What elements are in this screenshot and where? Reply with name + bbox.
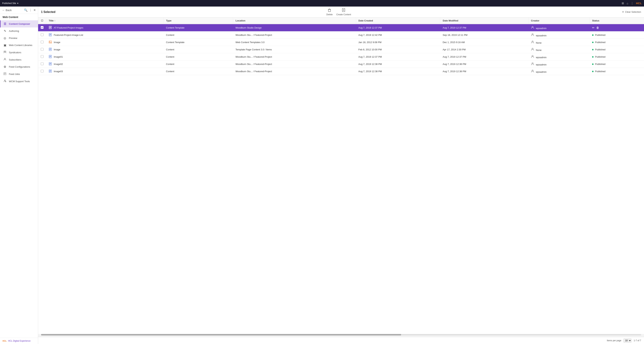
sidebar-item-feed-jobs[interactable]: Feed Jobs xyxy=(0,70,38,78)
site-chevron: ▾ xyxy=(17,2,18,5)
sidebar-more-button[interactable]: ⋮ xyxy=(29,8,32,12)
creator-name: None xyxy=(536,49,542,52)
sidebar-search-button[interactable]: 🔍 xyxy=(24,8,28,12)
td-status: ✏ 🗑 xyxy=(590,24,644,32)
th-date-modified[interactable]: Date Modified xyxy=(440,18,528,24)
status-dot xyxy=(592,63,594,65)
sidebar-item-preview[interactable]: ◎ Preview xyxy=(0,35,38,42)
td-status: Published xyxy=(590,53,644,61)
sidebar-item-label: Preview xyxy=(9,37,17,40)
sidebar-item-content-composer[interactable]: ☰ Content Composer xyxy=(0,20,38,28)
table-row[interactable]: Image Content Template Page Content 3.0 … xyxy=(38,46,644,53)
site-selector[interactable]: Published Site ▾ xyxy=(2,2,18,5)
sidebar-item-label: Web Content Libraries xyxy=(9,44,32,47)
td-title: Image03 xyxy=(46,68,164,75)
td-status: Published xyxy=(590,32,644,39)
td-checkbox[interactable] xyxy=(38,68,46,75)
td-title: Image02 xyxy=(46,61,164,68)
sidebar-item-label: Feed Configurations xyxy=(9,65,30,68)
td-checkbox[interactable] xyxy=(38,53,46,61)
delete-button[interactable]: Delete xyxy=(326,8,333,16)
create-content-button[interactable]: Create Content xyxy=(336,8,351,16)
td-date-created: Aug 7, 2019 12:42 PM xyxy=(356,32,440,39)
td-title: AT-Featured-Project-Images xyxy=(46,24,164,32)
sidebar-item-label: Subscribers xyxy=(9,58,22,61)
th-status[interactable]: Status xyxy=(590,18,644,24)
td-location: Web Content Templates 3.0 xyxy=(233,39,356,46)
svg-rect-27 xyxy=(49,41,52,43)
content-composer-icon: ☰ xyxy=(3,22,7,26)
top-bar: Published Site ▾ ⊞ ⌂ ⋮ HCL xyxy=(0,0,644,7)
th-type[interactable]: Type xyxy=(164,18,233,24)
per-page-select[interactable]: 10 25 50 xyxy=(624,338,632,342)
th-creator[interactable]: Creator xyxy=(528,18,590,24)
svg-rect-34 xyxy=(50,50,50,50)
th-title-label: Title xyxy=(49,19,54,22)
th-title[interactable]: Title ↑ xyxy=(46,18,164,24)
sidebar-item-web-content-libraries[interactable]: ▣ Web Content Libraries xyxy=(0,42,38,49)
td-status: Published xyxy=(590,61,644,68)
table-row[interactable]: Featured-Project-Image-List Content Wood… xyxy=(38,32,644,39)
status-label: Published xyxy=(595,34,605,36)
td-creator: wpsadmin xyxy=(528,68,590,75)
file-icon-content xyxy=(49,55,52,59)
feed-configurations-icon: ⚙ xyxy=(3,65,7,69)
authoring-icon: ✎ xyxy=(3,29,7,33)
th-checkbox[interactable]: ☐ xyxy=(38,18,46,24)
th-location[interactable]: Location xyxy=(233,18,356,24)
more-icon-btn[interactable]: ⋮ xyxy=(631,2,634,5)
home-icon-btn[interactable]: ⌂ xyxy=(626,2,628,5)
td-date-created: Aug 7, 2019 12:37 PM xyxy=(356,53,440,61)
td-checkbox[interactable] xyxy=(38,39,46,46)
table-row[interactable]: Image01 Content Woodburn Stu... / Featur… xyxy=(38,53,644,61)
grid-icon-btn[interactable]: ⊞ xyxy=(622,2,624,5)
sidebar-item-syndicators[interactable]: Syndicators xyxy=(0,49,38,56)
td-checkbox[interactable] xyxy=(38,32,46,39)
svg-rect-24 xyxy=(50,35,50,36)
sidebar-item-feed-configurations[interactable]: ⚙ Feed Configurations xyxy=(0,63,38,70)
delete-row-button[interactable]: 🗑 xyxy=(596,26,599,30)
td-date-created: Aug 7, 2019 12:38 PM xyxy=(356,61,440,68)
status-label: Published xyxy=(595,48,605,51)
status-label: Published xyxy=(595,41,605,44)
td-creator: None xyxy=(528,46,590,53)
table-row[interactable]: Image Content Template Web Content Templ… xyxy=(38,39,644,46)
status-dot xyxy=(592,71,594,72)
top-bar-actions: ⊞ ⌂ ⋮ HCL xyxy=(622,2,642,5)
svg-rect-36 xyxy=(41,55,44,58)
scrollbar-thumb[interactable] xyxy=(41,334,401,335)
horizontal-scrollbar[interactable] xyxy=(41,334,641,335)
svg-point-28 xyxy=(50,41,50,42)
td-creator: None xyxy=(528,39,590,46)
table-row[interactable]: AT-Featured-Project-Images Content Templ… xyxy=(38,24,644,32)
td-date-modified: Sep 18, 2019 12:11 PM xyxy=(440,32,528,39)
sidebar-item-wcm-support-tools[interactable]: WCM Support Tools xyxy=(0,78,38,85)
td-title: Image01 xyxy=(46,53,164,61)
edit-row-button[interactable]: ✏ xyxy=(592,26,594,30)
sidebar-item-authoring[interactable]: ✎ Authoring xyxy=(0,28,38,35)
td-checkbox[interactable] xyxy=(38,61,46,68)
svg-rect-30 xyxy=(41,48,44,51)
selected-label: 1 Selected xyxy=(41,10,55,14)
clear-selection-button[interactable]: ✕ Clear Selection xyxy=(622,11,641,13)
svg-rect-23 xyxy=(50,35,51,35)
svg-rect-46 xyxy=(50,64,50,65)
row-title: Featured-Project-Image-List xyxy=(54,34,83,36)
svg-rect-52 xyxy=(50,71,50,72)
select-all-checkbox[interactable]: ☐ xyxy=(41,19,43,22)
sidebar-item-subscribers[interactable]: Subscribers xyxy=(0,56,38,63)
toolbar-actions: Delete Create Content xyxy=(326,8,351,16)
table-row[interactable]: Image02 Content Woodburn Stu... / Featur… xyxy=(38,61,644,68)
create-content-icon xyxy=(342,8,346,13)
th-date-created[interactable]: Date Created xyxy=(356,18,440,24)
sort-asc-icon: ↑ xyxy=(54,19,56,22)
back-button[interactable]: ← Back xyxy=(2,9,12,12)
svg-rect-44 xyxy=(50,63,51,63)
sidebar-close-button[interactable]: ✕ xyxy=(34,8,36,12)
td-location: Woodburn Stu... / Featured-Project xyxy=(233,68,356,75)
td-checkbox[interactable] xyxy=(38,46,46,53)
table-row[interactable]: Image03 Content Woodburn Stu... / Featur… xyxy=(38,68,644,75)
td-checkbox[interactable] xyxy=(38,24,46,32)
td-type: Content Template xyxy=(164,24,233,32)
td-type: Content Template xyxy=(164,39,233,46)
